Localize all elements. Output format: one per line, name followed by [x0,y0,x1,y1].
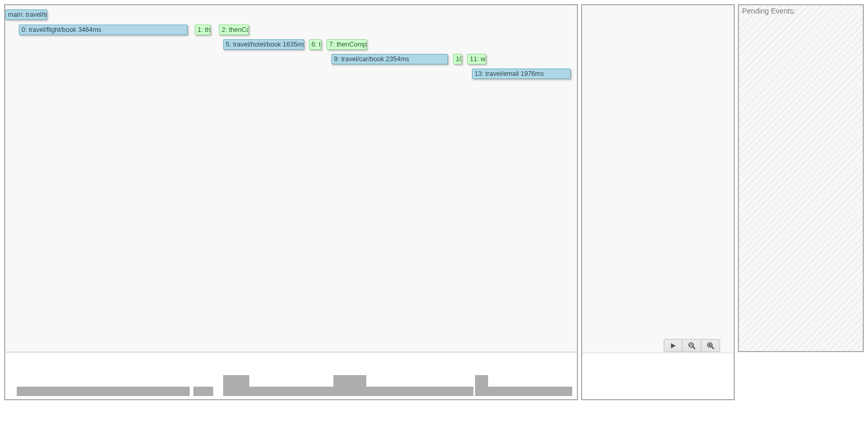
play-button[interactable] [664,339,682,352]
playback-controls [664,339,720,352]
trace-span-s13[interactable]: 13: travel/email 1976ms [472,69,571,79]
trace-span-s5[interactable]: 5: travel/hotel/book 1635ms [223,39,304,50]
zoom-out-button[interactable] [682,339,701,352]
zoom-out-icon [688,342,696,349]
minimap-panel[interactable] [4,352,578,400]
svg-line-5 [712,347,714,349]
trace-timeline-panel[interactable]: main: travel/tr0: travel/flight/book 346… [4,4,578,352]
zoom-in-icon [707,342,714,349]
minimap-bar[interactable] [366,387,473,396]
trace-span-s_main[interactable]: main: travel/tr [5,9,47,20]
trace-span-s2[interactable]: 2: thenCom [219,25,249,35]
pending-events-panel: Pending Events: [738,4,864,352]
trace-span-s10[interactable]: 10: [453,54,462,64]
minimap-bar[interactable] [333,375,366,396]
minimap-bar[interactable] [249,387,333,396]
trace-span-s7[interactable]: 7: thenCompos [327,39,367,50]
detail-panel [581,4,735,400]
play-icon [670,343,676,349]
svg-marker-0 [671,343,676,348]
minimap-bar[interactable] [17,387,190,396]
svg-line-2 [693,347,695,349]
trace-span-s9[interactable]: 9: travel/car/book 2354ms [331,54,448,64]
zoom-in-button[interactable] [701,339,720,352]
pending-events-title: Pending Events: [739,5,863,17]
trace-span-s1[interactable]: 1: the [195,25,211,35]
trace-span-s0[interactable]: 0: travel/flight/book 3464ms [19,25,188,35]
minimap-bar[interactable] [223,375,249,396]
detail-panel-top [582,5,734,353]
trace-span-s11[interactable]: 11: wh [467,54,486,64]
minimap-bar[interactable] [475,375,488,396]
trace-span-s6[interactable]: 6: t [309,39,321,50]
minimap-bar[interactable] [488,387,572,396]
minimap[interactable] [17,374,574,396]
minimap-bar[interactable] [193,387,213,396]
